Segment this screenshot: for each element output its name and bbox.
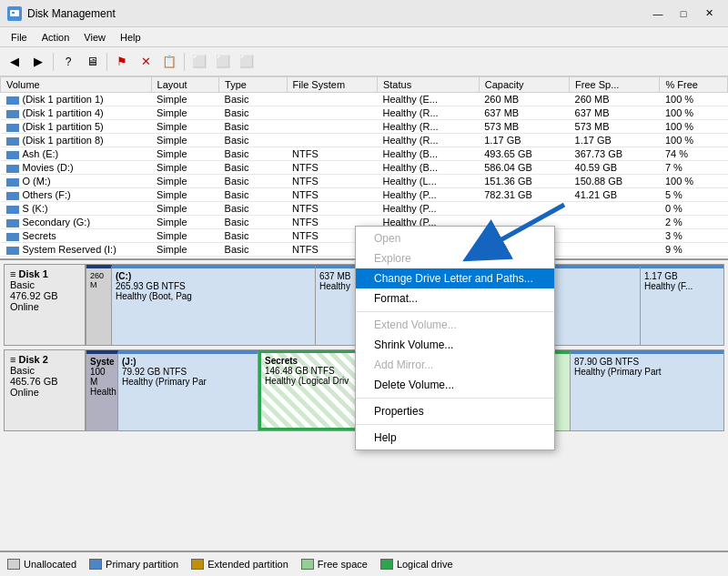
disk1-p1-size: 260 M [90, 271, 107, 289]
table-cell: (Disk 1 partition 1) [1, 93, 152, 106]
table-cell: Simple [151, 147, 219, 161]
ctx-explore[interactable]: Explore [356, 248, 554, 268]
table-cell: Simple [151, 93, 219, 106]
table-cell: NTFS [287, 188, 377, 202]
table-row[interactable]: O (M:)SimpleBasicNTFSHealthy (L...151.36… [1, 175, 728, 188]
ctx-change-drive-letter[interactable]: Change Drive Letter and Paths... [356, 268, 554, 288]
table-cell: Basic [219, 175, 288, 188]
table-row[interactable]: S (K:)SimpleBasicNTFSHealthy (P...0 % [1, 202, 728, 216]
ctx-properties[interactable]: Properties [356, 401, 554, 421]
table-row[interactable]: (Disk 1 partition 8)SimpleBasicHealthy (… [1, 134, 728, 147]
table-cell: Secrets [1, 229, 152, 243]
col-status[interactable]: Status [377, 77, 479, 93]
table-row[interactable]: (Disk 1 partition 4)SimpleBasicHealthy (… [1, 106, 728, 120]
table-cell: 100 % [660, 93, 728, 106]
table-cell: 7 % [660, 161, 728, 175]
legend-extended-label: Extended partition [207, 559, 288, 570]
table-cell: S (K:) [1, 202, 152, 216]
volume-icon [6, 137, 19, 146]
minimize-button[interactable]: — [646, 5, 670, 23]
menu-file[interactable]: File [4, 30, 35, 45]
table-cell: 0 % [660, 202, 728, 216]
table-row[interactable]: Movies (D:)SimpleBasicNTFSHealthy (B...5… [1, 161, 728, 175]
delete-button[interactable]: ✕ [135, 51, 157, 73]
context-menu: Open Explore Change Drive Letter and Pat… [355, 226, 555, 450]
ctx-open[interactable]: Open [356, 228, 554, 248]
table-cell: 100 % [660, 175, 728, 188]
volume-icon [6, 219, 19, 227]
table-cell: 782.31 GB [479, 188, 569, 202]
disk2-title: ≡ Disk 2 [10, 354, 79, 365]
table-cell: Basic [219, 243, 288, 257]
table-cell: 100 % [660, 120, 728, 134]
table-cell: NTFS [287, 147, 377, 161]
table-cell [287, 106, 377, 120]
menu-action[interactable]: Action [35, 30, 77, 45]
table-cell: Healthy (B... [377, 161, 479, 175]
flag-button[interactable]: ⚑ [111, 51, 133, 73]
box1-button[interactable]: ⬜ [188, 51, 210, 73]
table-cell: Simple [151, 202, 219, 216]
disk1-type: Basic [10, 279, 79, 290]
table-cell: 151.36 GB [479, 175, 569, 188]
table-cell: Movies (D:) [1, 161, 152, 175]
table-row[interactable]: Others (F:)SimpleBasicNTFSHealthy (P...7… [1, 188, 728, 202]
table-cell: Healthy (L... [377, 175, 479, 188]
prop-button[interactable]: 📋 [158, 51, 180, 73]
col-freespace[interactable]: Free Sp... [570, 77, 660, 93]
table-cell: 1.17 GB [479, 134, 569, 147]
volume-icon [6, 206, 19, 214]
col-filesystem[interactable]: File System [287, 77, 377, 93]
table-cell: 493.65 GB [479, 147, 569, 161]
col-volume[interactable]: Volume [1, 77, 152, 93]
disk2-p2-name: (J:) [122, 357, 254, 367]
maximize-button[interactable]: □ [672, 5, 695, 23]
col-type[interactable]: Type [219, 77, 288, 93]
col-percentfree[interactable]: % Free [660, 77, 728, 93]
table-cell: Healthy (B... [377, 147, 479, 161]
table-cell: Basic [219, 147, 288, 161]
table-cell: Healthy (R... [377, 106, 479, 120]
ctx-shrink[interactable]: Shrink Volume... [356, 335, 554, 355]
disk2-p2-detail: Healthy (Primary Par [122, 377, 254, 387]
table-cell: Basic [219, 120, 288, 134]
disk1-part3[interactable]: 637 MB Healthy [316, 265, 360, 345]
legend-logical: Logical drive [380, 559, 453, 570]
ctx-add-mirror[interactable]: Add Mirror... [356, 355, 554, 375]
disk1-part2[interactable]: (C:) 265.93 GB NTFS Healthy (Boot, Pag [112, 265, 316, 345]
col-layout[interactable]: Layout [151, 77, 219, 93]
box2-button[interactable]: ⬜ [212, 51, 234, 73]
disk1-part1[interactable]: 260 M [86, 265, 112, 345]
box3-button[interactable]: ⬜ [236, 51, 258, 73]
disk1-p2-size: 265.93 GB NTFS [116, 281, 311, 291]
table-row[interactable]: (Disk 1 partition 1)SimpleBasicHealthy (… [1, 93, 728, 106]
disk2-part2[interactable]: (J:) 79.92 GB NTFS Healthy (Primary Par [118, 350, 258, 430]
help-toolbar-button[interactable]: ? [57, 51, 79, 73]
disk2-p5-detail: Healthy (Primary Part [574, 367, 720, 377]
ctx-extend[interactable]: Extend Volume... [356, 315, 554, 335]
disk1-part6[interactable]: 1.17 GB Healthy (F... [641, 265, 723, 345]
back-button[interactable]: ◀ [4, 51, 25, 73]
ctx-format[interactable]: Format... [356, 288, 554, 308]
table-cell [570, 243, 660, 257]
disk-view-button[interactable]: 🖥 [81, 51, 103, 73]
disk2-p5-size: 87.90 GB NTFS [574, 357, 720, 367]
close-button[interactable]: ✕ [697, 5, 721, 23]
ctx-help[interactable]: Help [356, 428, 554, 448]
menu-view[interactable]: View [76, 30, 113, 45]
forward-button[interactable]: ▶ [27, 51, 49, 73]
table-cell [570, 229, 660, 243]
table-row[interactable]: Ash (E:)SimpleBasicNTFSHealthy (B...493.… [1, 147, 728, 161]
table-row[interactable]: (Disk 1 partition 5)SimpleBasicHealthy (… [1, 120, 728, 134]
disk2-part5[interactable]: 87.90 GB NTFS Healthy (Primary Part [571, 350, 723, 430]
ctx-delete-volume[interactable]: Delete Volume... [356, 375, 554, 395]
table-cell [570, 216, 660, 229]
menu-help[interactable]: Help [113, 30, 148, 45]
disk2-part1[interactable]: Syste 100 M Health [86, 350, 118, 430]
window-controls: — □ ✕ [646, 5, 721, 23]
table-cell [287, 134, 377, 147]
col-capacity[interactable]: Capacity [479, 77, 569, 93]
table-cell: 573 MB [570, 120, 660, 134]
table-cell: Tertiary (H:) [1, 257, 152, 259]
table-cell: 637 MB [479, 106, 569, 120]
